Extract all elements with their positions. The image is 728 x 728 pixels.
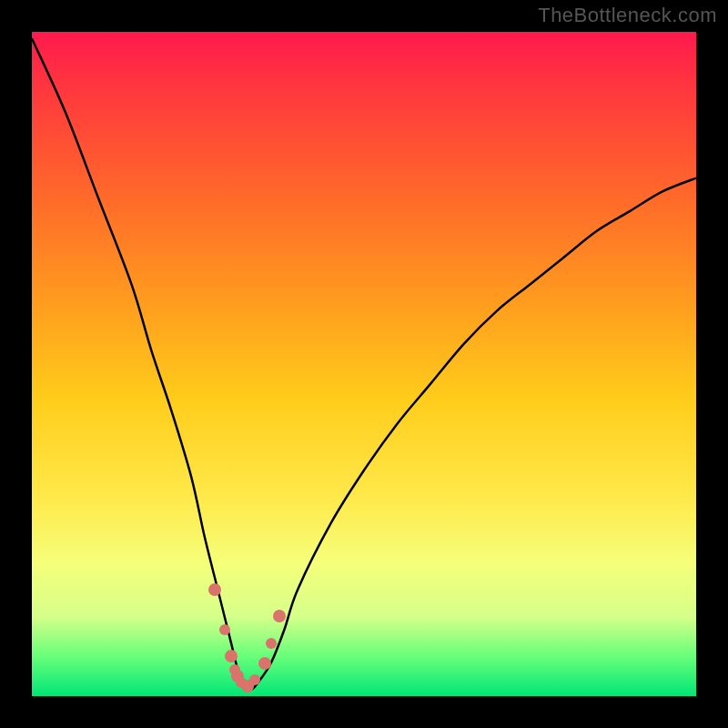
data-marker [208,583,221,596]
curve-path [32,38,696,689]
data-marker [249,674,260,685]
data-marker [273,610,286,622]
data-marker [258,657,271,670]
data-marker [266,638,277,649]
bottleneck-chart [32,32,696,696]
data-marker [225,650,238,662]
data-marker [219,624,230,635]
bottleneck-curve [32,32,696,696]
watermark: TheBottleneck.com [538,4,717,27]
